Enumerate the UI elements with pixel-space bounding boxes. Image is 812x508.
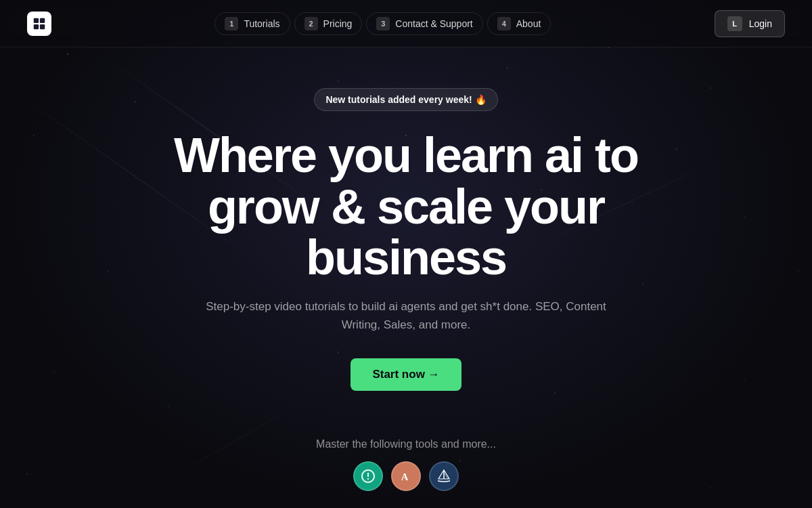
login-label: Login [749,18,772,29]
tools-section: Master the following tools and more... A [316,438,496,491]
nav-item-contact[interactable]: 3 Contact & Support [366,12,482,35]
login-button[interactable]: L Login [715,10,785,37]
tool-icon-midjourney [429,461,459,491]
hero-badge: New tutorials added every week! 🔥 [314,88,497,111]
nav-label-about: About [516,18,541,29]
hero-title: Where you learn ai to grow & scale your … [135,130,677,284]
hero-title-line2: grow & scale your business [208,179,604,285]
nav-item-about[interactable]: 4 About [487,12,551,35]
hero-section: New tutorials added every week! 🔥 Where … [0,47,812,508]
nav-num-pricing: 2 [304,17,318,30]
tools-icons-row: A [353,461,459,491]
nav-num-contact: 3 [376,17,390,30]
nav-label-contact: Contact & Support [395,18,472,29]
start-now-button[interactable]: Start now → [351,358,461,391]
navbar: 1 Tutorials 2 Pricing 3 Contact & Suppor… [0,0,812,47]
svg-rect-3 [40,24,45,28]
hero-title-line1: Where you learn ai to [174,128,638,182]
nav-label-pricing: Pricing [323,18,353,29]
nav-num-about: 4 [497,17,511,30]
nav-item-pricing[interactable]: 2 Pricing [294,12,363,35]
nav-label-tutorials: Tutorials [244,18,279,29]
tools-label: Master the following tools and more... [316,438,496,450]
nav-links: 1 Tutorials 2 Pricing 3 Contact & Suppor… [215,12,551,35]
tool-icon-anthropic: A [391,461,421,491]
hero-subtitle: Step-by-step video tutorials to build ai… [203,297,609,334]
logo-icon [27,12,51,36]
tool-icon-chatgpt [353,461,383,491]
logo[interactable] [27,12,51,36]
hero-badge-text: New tutorials added every week! 🔥 [325,94,486,105]
login-key-icon: L [727,16,742,31]
nav-num-tutorials: 1 [225,17,238,30]
nav-item-tutorials[interactable]: 1 Tutorials [215,12,290,35]
svg-rect-0 [34,18,39,22]
svg-text:A: A [401,471,409,482]
svg-rect-2 [34,24,39,28]
svg-rect-1 [40,18,45,22]
